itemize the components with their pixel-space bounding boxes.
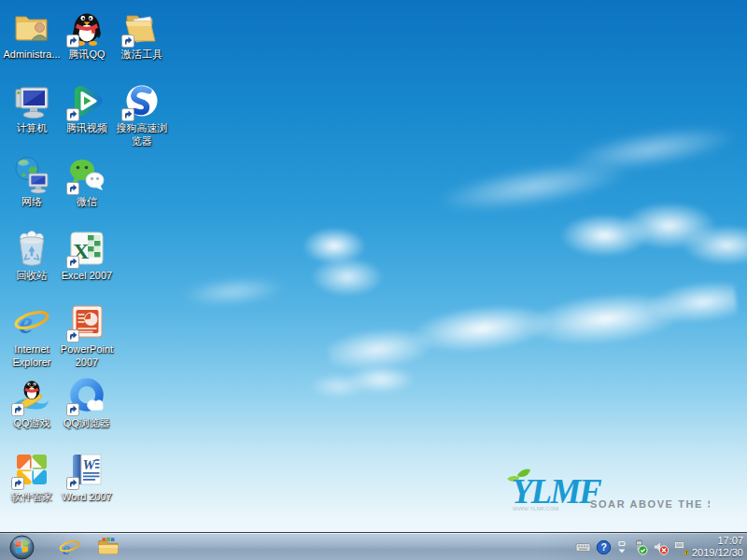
- desktop-icon-label: 计算机: [2, 122, 62, 135]
- ylmf-wallpaper-logo: YLMF WWW.YLMF.COM SOAR ABOVE THE SKY: [504, 464, 710, 522]
- desktop-icon-label: Excel 2007: [57, 270, 117, 283]
- internet-explorer-icon: e: [58, 536, 81, 559]
- desktop-icon-label: 网络: [2, 196, 62, 209]
- svg-text:W: W: [83, 457, 97, 472]
- shortcut-arrow-icon: [11, 403, 24, 416]
- powerpoint-icon: [67, 302, 106, 342]
- desktop-icon-sogou-browser[interactable]: 搜狗高速浏览器: [112, 81, 172, 148]
- desktop-icon-label: 腾讯QQ: [57, 49, 117, 62]
- desktop-icon-qq-game[interactable]: QQ游戏: [2, 376, 62, 430]
- desktop-icon-excel-2007[interactable]: X Excel 2007: [57, 229, 117, 283]
- svg-text:e: e: [19, 305, 33, 340]
- desktop-icon-qq-browser[interactable]: QQ浏览器: [57, 376, 117, 430]
- svg-text:?: ?: [601, 541, 607, 553]
- help-question-icon[interactable]: ?: [596, 539, 612, 555]
- taskbar: e: [0, 532, 747, 560]
- desktop-icon-software-manager[interactable]: 软件管家: [2, 450, 62, 504]
- clock-time: 17:07: [676, 535, 743, 547]
- shortcut-arrow-icon: [66, 35, 79, 48]
- desktop-icon-network[interactable]: 网络: [2, 155, 62, 209]
- desktop-icon-label: 搜狗高速浏览器: [112, 122, 172, 148]
- shortcut-arrow-icon: [66, 403, 79, 416]
- desktop: Administra... 腾讯QQ: [0, 0, 747, 560]
- desktop-icon-recycle-bin[interactable]: 回收站: [2, 229, 62, 283]
- desktop-icon-powerpoint-2007[interactable]: PowerPoint 2007: [57, 302, 117, 370]
- start-button[interactable]: [7, 534, 35, 560]
- desktop-icon-internet-explorer[interactable]: e Internet Explorer: [2, 302, 62, 370]
- user-folder-icon: [12, 7, 51, 47]
- qq-penguin-icon: [67, 7, 106, 47]
- desktop-icon-tencent-qq[interactable]: 腾讯QQ: [57, 7, 117, 62]
- qq-game-penguin-icon: [12, 376, 51, 415]
- logo-site-url: WWW.YLMF.COM: [513, 506, 558, 511]
- desktop-icon-label: Internet Explorer: [2, 343, 62, 370]
- desktop-icon-wechat[interactable]: 微信: [57, 155, 117, 209]
- network-globe-icon: [12, 155, 51, 194]
- volume-muted-icon[interactable]: [653, 539, 669, 555]
- wechat-bubbles-icon: [67, 155, 106, 194]
- qq-browser-ring-icon: [67, 376, 106, 415]
- shortcut-arrow-icon: [66, 256, 79, 269]
- taskbar-button-internet-explorer[interactable]: e: [52, 534, 86, 560]
- software-manager-icon: [12, 450, 51, 489]
- taskbar-button-windows-explorer[interactable]: [92, 534, 125, 560]
- sogou-s-icon: [122, 81, 162, 120]
- excel-icon: X: [67, 229, 106, 268]
- logo-text: YLMF: [512, 472, 602, 511]
- logo-tagline: SOAR ABOVE THE SKY: [590, 498, 710, 510]
- desktop-icon-label: 微信: [57, 196, 117, 209]
- desktop-icon-label: QQ游戏: [2, 417, 62, 430]
- desktop-icon-tencent-video[interactable]: 腾讯视频: [57, 81, 117, 135]
- open-folder-icon: [122, 7, 162, 47]
- usb-safely-remove-icon[interactable]: [632, 539, 648, 555]
- shortcut-arrow-icon: [121, 108, 134, 121]
- desktop-icon-word-2007[interactable]: W Word 2007: [57, 450, 117, 504]
- desktop-icon-computer[interactable]: 计算机: [2, 81, 62, 135]
- word-icon: W: [67, 450, 106, 489]
- shortcut-arrow-icon: [66, 182, 79, 195]
- shortcut-arrow-icon: [66, 329, 79, 343]
- desktop-icon-label: 腾讯视频: [57, 122, 117, 135]
- taskbar-clock[interactable]: 17:07 2019/12/30: [676, 535, 743, 559]
- desktop-icon-label: 激活工具: [112, 49, 172, 62]
- recycle-bin-icon: [12, 229, 51, 268]
- desktop-icon-label: Word 2007: [57, 491, 117, 504]
- show-hidden-icons-arrow[interactable]: [616, 539, 627, 555]
- desktop-icon-label: QQ浏览器: [57, 417, 117, 430]
- internet-explorer-icon: e: [12, 302, 51, 342]
- desktop-icon-activation-tool[interactable]: 激活工具: [112, 7, 172, 62]
- computer-monitor-icon: [12, 81, 51, 120]
- shortcut-arrow-icon: [66, 477, 79, 490]
- system-tray: ?: [575, 533, 689, 560]
- desktop-icon-label: 回收站: [2, 270, 62, 283]
- windows-explorer-folder-icon: [96, 535, 120, 559]
- shortcut-arrow-icon: [66, 108, 79, 121]
- desktop-icon-administrator[interactable]: Administra...: [2, 7, 62, 62]
- keyboard-input-icon[interactable]: [575, 539, 591, 555]
- clock-date: 2019/12/30: [676, 547, 743, 559]
- svg-text:e: e: [62, 537, 70, 557]
- desktop-icon-label: PowerPoint 2007: [57, 343, 117, 370]
- desktop-icon-label: 软件管家: [2, 491, 62, 504]
- desktop-icon-label: Administra...: [2, 49, 62, 62]
- shortcut-arrow-icon: [11, 477, 24, 490]
- shortcut-arrow-icon: [121, 35, 134, 48]
- tencent-video-play-icon: [67, 81, 106, 120]
